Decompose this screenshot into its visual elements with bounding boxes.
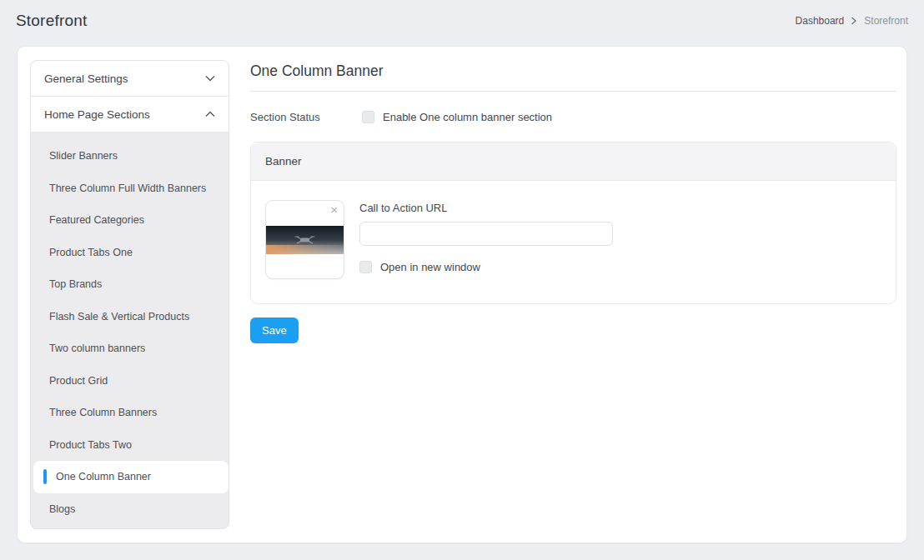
accordion-home-page-sections[interactable]: Home Page Sections [31, 97, 228, 132]
sidebar-item-label: Slider Banners [49, 150, 118, 162]
chevron-down-icon [205, 75, 215, 82]
sidebar-item-label: One Column Banner [56, 471, 151, 482]
sidebar-item-one-column-banner[interactable]: One Column Banner [33, 461, 228, 493]
banner-panel-body: × [251, 181, 896, 303]
sidebar-item-featured-categories[interactable]: Featured Categories [31, 204, 228, 237]
breadcrumb-dashboard-link[interactable]: Dashboard [796, 15, 845, 27]
content-area: One Column Banner Section Status Enable … [250, 60, 896, 528]
cta-url-input[interactable] [359, 222, 613, 246]
sidebar-item-label: Product Tabs One [49, 247, 133, 258]
open-new-window-checkbox[interactable] [359, 261, 372, 273]
sidebar-item-label: Three Column Full Width Banners [49, 182, 206, 194]
remove-image-icon[interactable]: × [330, 203, 338, 216]
app-header: Storefront Dashboard Storefront [0, 0, 924, 41]
sidebar-item-slider-banners[interactable]: Slider Banners [31, 140, 228, 172]
chevron-right-icon [851, 17, 857, 25]
divider [250, 91, 896, 92]
main-card: General Settings Home Page Sections Slid… [17, 46, 907, 543]
sidebar-items: Slider Banners Three Column Full Width B… [31, 132, 228, 529]
chevron-up-icon [205, 111, 215, 118]
breadcrumb-current: Storefront [864, 15, 908, 27]
sidebar-item-label: Product Tabs Two [49, 439, 132, 451]
sidebar-item-three-column-full-width-banners[interactable]: Three Column Full Width Banners [31, 172, 228, 205]
sidebar-item-product-tabs-one[interactable]: Product Tabs One [31, 237, 228, 269]
sidebar-item-product-grid[interactable]: Product Grid [31, 365, 228, 398]
active-indicator [43, 469, 47, 484]
sidebar-item-two-column-banners[interactable]: Two column banners [31, 332, 228, 365]
banner-panel-header: Banner [251, 142, 896, 181]
enable-section-checkbox-label: Enable One column banner section [383, 111, 552, 123]
cta-url-label: Call to Action URL [359, 202, 613, 214]
banner-panel: Banner × [250, 142, 896, 304]
sidebar-item-label: Three Column Banners [49, 407, 157, 418]
sidebar-item-label: Product Grid [49, 375, 108, 387]
sidebar-item-label: Flash Sale & Vertical Products [49, 311, 189, 322]
sidebar-item-label: Featured Categories [49, 214, 144, 226]
drone-banner-image [266, 226, 344, 254]
breadcrumb: Dashboard Storefront [796, 15, 908, 27]
page-title: Storefront [16, 12, 87, 30]
sidebar-item-label: Top Brands [49, 278, 102, 290]
sidebar-item-label: Two column banners [49, 342, 145, 354]
section-status-row: Section Status Enable One column banner … [250, 111, 896, 123]
enable-section-checkbox[interactable] [362, 111, 374, 123]
section-title: One Column Banner [250, 62, 896, 80]
save-button[interactable]: Save [250, 318, 299, 343]
accordion-label: Home Page Sections [44, 108, 150, 121]
open-new-window-label: Open in new window [380, 261, 480, 273]
open-new-window-row: Open in new window [359, 261, 613, 273]
banner-image-thumbnail[interactable]: × [265, 200, 344, 279]
settings-sidebar: General Settings Home Page Sections Slid… [30, 60, 229, 529]
sidebar-item-product-tabs-two[interactable]: Product Tabs Two [31, 429, 228, 462]
accordion-general-settings[interactable]: General Settings [31, 61, 228, 97]
sidebar-item-label: Blogs [49, 503, 75, 515]
sidebar-item-top-brands[interactable]: Top Brands [31, 268, 228, 301]
banner-fields: Call to Action URL Open in new window [359, 200, 613, 279]
section-status-label: Section Status [250, 111, 362, 123]
sidebar-item-three-column-banners[interactable]: Three Column Banners [31, 397, 228, 429]
sidebar-item-flash-sale-vertical-products[interactable]: Flash Sale & Vertical Products [31, 301, 228, 333]
accordion-label: General Settings [44, 72, 128, 85]
sidebar-item-blogs[interactable]: Blogs [31, 493, 228, 526]
